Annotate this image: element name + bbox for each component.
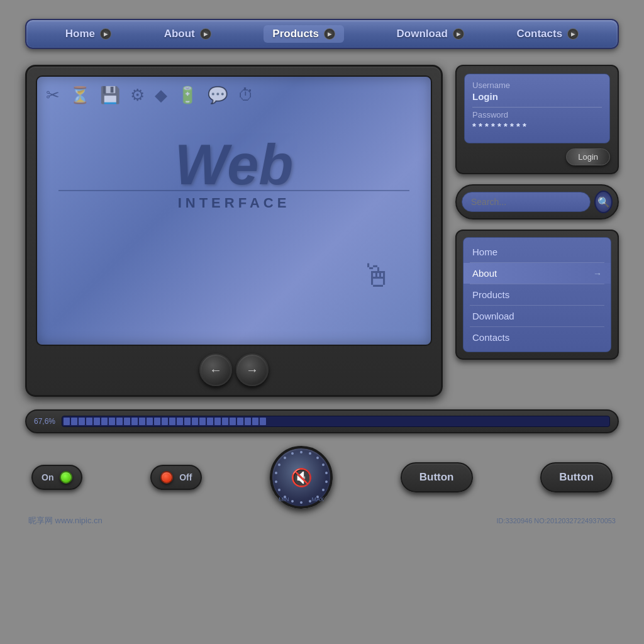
login-button[interactable]: Login (566, 148, 610, 165)
progress-segment (116, 418, 123, 425)
knob-dot (325, 472, 328, 474)
knob-dot (322, 489, 325, 491)
progress-segment (207, 418, 213, 425)
progress-segment (245, 418, 251, 425)
nav-play-home: ▶ (100, 28, 111, 40)
hourglass-icon: ⏳ (70, 86, 90, 105)
toggle-dot-green (60, 471, 72, 484)
chat-icon: 💬 (208, 86, 228, 105)
menu-item-contacts[interactable]: Contacts (464, 327, 611, 348)
toggle-off-label: Off (179, 472, 192, 482)
progress-segment (297, 418, 304, 425)
menu-arrow-about: → (593, 269, 602, 279)
progress-segment (199, 418, 206, 425)
knob-dot (309, 452, 311, 455)
nav-item-home[interactable]: Home ▶ (65, 28, 111, 40)
knob-dot (316, 496, 319, 498)
nav-label-about: About (164, 28, 195, 40)
toggle-dot-red (160, 471, 173, 484)
menu-item-about[interactable]: About → (464, 263, 611, 284)
battery-icon: 🔋 (177, 86, 197, 105)
knob-dot (322, 464, 325, 466)
main-area: ✂ ⏳ 💾 ⚙ ◆ 🔋 💬 ⏱ Web INTERFACE 🖱 ← → (25, 65, 619, 397)
arrow-back-button[interactable]: ← (199, 353, 232, 386)
screen-icons-row: ✂ ⏳ 💾 ⚙ ◆ 🔋 💬 ⏱ (46, 86, 422, 105)
progress-segment (169, 418, 175, 425)
menu-label-home: Home (472, 247, 497, 257)
progress-segment (358, 418, 364, 425)
search-input[interactable] (462, 192, 591, 212)
progress-label: 67,6% (34, 417, 55, 426)
progress-segment (131, 418, 138, 425)
password-label: Password (472, 110, 602, 119)
progress-segment (237, 418, 243, 425)
knob-dot (309, 500, 311, 502)
nav-item-download[interactable]: Download ▶ (397, 28, 464, 40)
progress-segment (124, 418, 130, 425)
nav-item-contacts[interactable]: Contacts ▶ (516, 28, 579, 40)
nav-label-home: Home (65, 28, 95, 40)
username-label: Username (472, 80, 602, 90)
button-1[interactable]: Button (401, 462, 473, 492)
save-icon: 💾 (100, 86, 120, 105)
gear-icon: ⚙ (130, 86, 145, 105)
progress-segment (86, 418, 92, 425)
knob-dot (325, 480, 328, 483)
nav-item-about[interactable]: About ▶ (164, 28, 211, 40)
button-2[interactable]: Button (540, 462, 613, 492)
controls-row: On Off 🔇 MIN MAX Button Button (25, 446, 619, 509)
progress-segment (230, 418, 236, 425)
knob-dot (291, 452, 294, 455)
watermark-right: ID:3320946 NO:201203272249370053 (496, 517, 616, 525)
progress-segment (71, 418, 77, 425)
progress-segment (320, 418, 326, 425)
password-value: * * * * * * * * * (472, 121, 602, 131)
nav-play-contacts: ▶ (567, 28, 579, 40)
diamond-icon: ◆ (155, 86, 167, 105)
progress-segment (101, 418, 108, 425)
knob-dot (278, 489, 280, 491)
interface-text: INTERFACE (58, 190, 409, 211)
menu-item-home[interactable]: Home (464, 242, 611, 262)
mouse-cursor-icon: 🖱 (362, 258, 393, 294)
menu-label-download: Download (472, 311, 514, 321)
knob-dot (278, 464, 280, 466)
progress-segment (313, 418, 319, 425)
toggle-off[interactable]: Off (150, 465, 202, 490)
watermark-left: 昵享网 www.nipic.cn (28, 515, 103, 526)
progress-section: 67,6% (25, 409, 619, 433)
nav-label-download: Download (397, 28, 448, 40)
menu-item-products[interactable]: Products (464, 284, 611, 305)
progress-segment (305, 418, 311, 425)
knob-dot (284, 496, 286, 498)
search-box: 🔍 (455, 184, 619, 219)
menu-item-download[interactable]: Download (464, 306, 611, 326)
knob-dot (316, 457, 319, 459)
arrow-forward-button[interactable]: → (236, 353, 269, 386)
nav-arrows-row: ← → (36, 353, 432, 386)
progress-segment (282, 418, 289, 425)
login-divider-1 (472, 107, 602, 108)
toggle-on-label: On (42, 472, 53, 482)
progress-segment (252, 418, 258, 425)
wrench-icon: ✂ (46, 86, 60, 105)
login-inner: Username Login Password * * * * * * * * … (464, 74, 610, 143)
progress-segment (267, 418, 274, 425)
nav-item-products[interactable]: Products ▶ (264, 25, 344, 43)
progress-segment (177, 418, 183, 425)
progress-segment (154, 418, 160, 425)
progress-segment (162, 418, 168, 425)
progress-track (62, 416, 610, 427)
volume-knob[interactable]: 🔇 MIN MAX (270, 446, 333, 509)
progress-segment (109, 418, 115, 425)
knob-dot (275, 472, 277, 474)
progress-segment (214, 418, 221, 425)
clock-icon: ⏱ (238, 86, 254, 105)
login-btn-row: Login (464, 148, 610, 165)
toggle-on[interactable]: On (31, 465, 82, 490)
monitor-screen: ✂ ⏳ 💾 ⚙ ◆ 🔋 💬 ⏱ Web INTERFACE 🖱 (36, 75, 432, 346)
nav-play-download: ▶ (453, 28, 464, 40)
search-button[interactable]: 🔍 (594, 191, 613, 213)
volume-icon: 🔇 (291, 467, 313, 488)
nav-bar: Home ▶ About ▶ Products ▶ Download ▶ Con… (25, 19, 619, 49)
